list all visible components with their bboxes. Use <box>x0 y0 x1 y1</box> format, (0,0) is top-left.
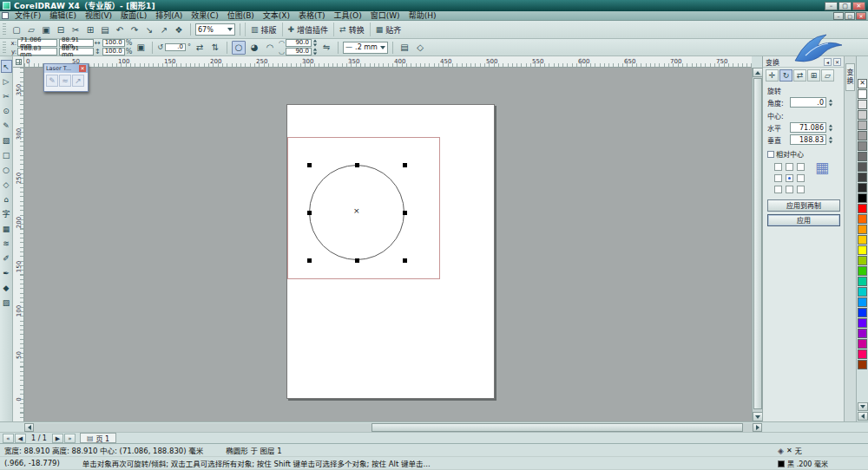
menu-layout[interactable]: 版面(L) <box>116 11 151 21</box>
selection-handle[interactable] <box>403 163 407 167</box>
color-swatch[interactable] <box>858 152 867 161</box>
zoom-level-select[interactable]: 67% <box>195 23 235 36</box>
color-swatch[interactable] <box>858 308 867 317</box>
horizontal-ruler[interactable]: 0501001502002503003504004505005506006507… <box>24 56 752 68</box>
spinner[interactable] <box>828 99 833 107</box>
vertical-scrollbar-thumb[interactable] <box>753 78 762 409</box>
save-icon[interactable]: ▣ <box>39 23 53 36</box>
color-swatch[interactable] <box>858 131 867 140</box>
page[interactable]: × <box>286 104 495 399</box>
color-swatch[interactable] <box>858 360 867 369</box>
first-page-button[interactable]: « <box>3 434 14 443</box>
scale-h-input[interactable]: 100.0 <box>102 39 125 47</box>
previous-page-button[interactable]: ◀ <box>15 434 26 443</box>
outline-width-select[interactable]: — .2 mm <box>343 42 388 54</box>
skew-tab[interactable]: ▱ <box>821 69 834 82</box>
palette-scroll-down-button[interactable] <box>858 402 868 411</box>
paste-icon[interactable]: ▤ <box>98 23 112 36</box>
change-direction-button[interactable]: ⇋ <box>319 41 333 55</box>
relative-center-checkbox[interactable] <box>767 151 774 158</box>
layout-button[interactable]: ▥ 排版 <box>245 23 282 36</box>
scroll-left-button[interactable] <box>24 423 34 432</box>
color-swatch[interactable] <box>858 245 867 255</box>
color-swatch[interactable] <box>858 173 867 182</box>
palette-expand-button[interactable] <box>858 412 868 421</box>
apply-button[interactable]: 应用 <box>767 214 840 226</box>
basic-shapes-tool[interactable]: ⌂ <box>1 193 12 206</box>
anchor-cell-selected[interactable] <box>786 174 793 182</box>
fill-tool[interactable]: ◆ <box>1 281 12 294</box>
export-icon[interactable]: ↗ <box>157 23 171 36</box>
page-tab[interactable]: ▤ 页 1 <box>80 433 116 443</box>
selection-handle[interactable] <box>307 211 312 215</box>
menu-help[interactable]: 帮助(H) <box>404 11 441 21</box>
cut-icon[interactable]: ✂ <box>69 23 82 36</box>
scale-mirror-tab[interactable]: ⇄ <box>793 69 806 82</box>
arc-start-input[interactable]: 90.0 <box>286 39 312 47</box>
zoom-tool[interactable]: ⊙ <box>1 104 12 117</box>
color-swatch[interactable] <box>858 318 867 328</box>
color-swatch[interactable] <box>858 256 867 265</box>
spinner[interactable] <box>312 39 318 47</box>
color-swatch[interactable] <box>858 225 867 234</box>
snap-button[interactable]: ▦ 贴齐 <box>370 23 407 36</box>
laser-pen-icon[interactable]: ✎ <box>46 75 58 87</box>
menu-arrange[interactable]: 排列(A) <box>151 11 187 21</box>
laser-arrow-icon[interactable]: ↗ <box>72 75 84 87</box>
shape-tool[interactable]: ▷ <box>1 75 12 88</box>
rotation-angle-input[interactable]: .0 <box>165 43 186 51</box>
doc-restore-button[interactable]: ▢ <box>845 12 855 20</box>
arc-mode-button[interactable]: ◠ <box>263 41 277 55</box>
anchor-cell[interactable] <box>786 163 793 171</box>
color-swatch[interactable] <box>858 329 867 338</box>
undo-icon[interactable]: ↶ <box>113 23 127 36</box>
size-tab[interactable]: ⊞ <box>807 69 820 82</box>
selection-handle[interactable] <box>355 258 359 263</box>
menu-effects[interactable]: 效果(C) <box>187 11 222 21</box>
polygon-tool[interactable]: ◇ <box>1 178 12 191</box>
doc-close-button[interactable]: ✕ <box>856 12 866 20</box>
color-swatch[interactable] <box>858 349 867 359</box>
outline-pen-tool[interactable]: ✒ <box>1 266 12 279</box>
menu-table[interactable]: 表格(T) <box>294 11 330 21</box>
anchor-cell[interactable] <box>797 186 805 193</box>
print-icon[interactable]: ⊟ <box>54 23 68 36</box>
object-y-input[interactable]: 188.83 mm <box>17 48 57 55</box>
color-swatch[interactable] <box>858 162 867 172</box>
horizontal-scrollbar-thumb[interactable] <box>372 423 743 432</box>
maximize-button[interactable]: ▢ <box>838 2 852 10</box>
color-swatch[interactable] <box>858 141 867 151</box>
minimize-button[interactable]: – <box>825 2 838 10</box>
scroll-right-button[interactable] <box>753 423 762 432</box>
ellipse-tool[interactable]: ○ <box>1 163 12 176</box>
eyedropper-tool[interactable]: ✐ <box>1 251 12 264</box>
anchor-cell[interactable] <box>774 163 782 171</box>
mirror-horizontal-button[interactable]: ⇄ <box>193 41 207 55</box>
rectangle-tool[interactable]: □ <box>1 148 12 161</box>
last-page-button[interactable]: » <box>64 434 76 443</box>
menu-edit[interactable]: 编辑(E) <box>45 11 81 21</box>
anchor-cell[interactable] <box>797 174 805 182</box>
menu-view[interactable]: 视图(V) <box>81 11 116 21</box>
anchor-cell[interactable] <box>797 163 805 171</box>
smart-fill-tool[interactable]: ▧ <box>1 134 12 147</box>
color-swatch[interactable] <box>858 100 867 109</box>
menu-text[interactable]: 文本(X) <box>259 11 294 21</box>
color-swatch[interactable] <box>858 214 867 224</box>
laser-path-icon[interactable]: ≈ <box>59 75 71 87</box>
no-color-swatch[interactable] <box>858 79 867 88</box>
scale-v-input[interactable]: 100.0 <box>102 48 125 55</box>
close-button[interactable]: ✕ <box>852 2 865 10</box>
pie-mode-button[interactable]: ◕ <box>247 41 261 55</box>
menu-window[interactable]: 窗口(W) <box>366 11 404 21</box>
app-launcher-icon[interactable]: ❖ <box>172 23 186 36</box>
ellipse-mode-button[interactable]: ○ <box>232 41 246 55</box>
freehand-tool[interactable]: ✎ <box>1 119 12 132</box>
object-height-input[interactable]: 88.91 mm <box>59 48 94 55</box>
color-swatch[interactable] <box>858 297 867 307</box>
spinner[interactable] <box>312 48 318 55</box>
selection-handle[interactable] <box>355 163 359 167</box>
color-swatch[interactable] <box>858 193 867 203</box>
redo-icon[interactable]: ↷ <box>128 23 141 36</box>
vertical-scrollbar[interactable] <box>752 68 762 421</box>
